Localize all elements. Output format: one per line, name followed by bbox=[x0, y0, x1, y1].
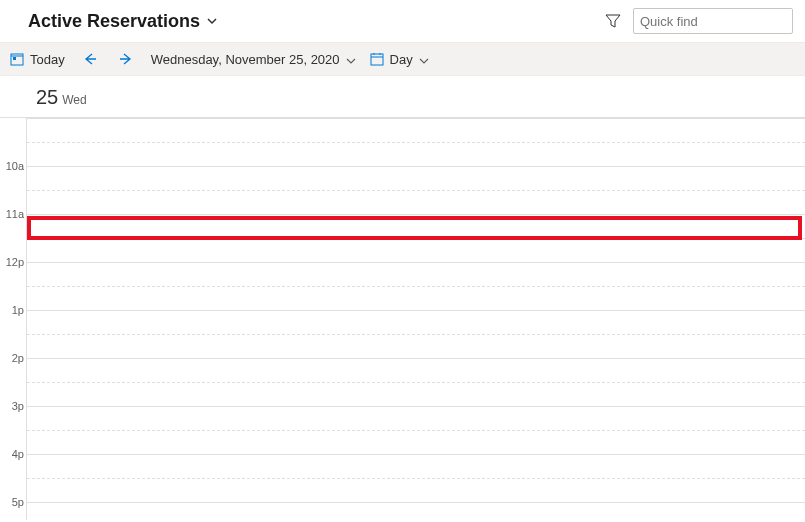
filter-icon[interactable] bbox=[605, 13, 621, 29]
hour-cell[interactable] bbox=[26, 262, 805, 310]
day-number: 25 bbox=[36, 86, 58, 109]
next-arrow-icon[interactable] bbox=[119, 52, 133, 66]
view-selector[interactable]: Active Reservations bbox=[28, 11, 218, 32]
today-button[interactable]: Today bbox=[10, 52, 65, 67]
page-title: Active Reservations bbox=[28, 11, 200, 32]
hour-label: 10a bbox=[0, 161, 26, 209]
calendar-today-icon bbox=[10, 52, 24, 66]
date-label: Wednesday, November 25, 2020 bbox=[151, 52, 340, 67]
calendar-icon bbox=[370, 52, 384, 66]
hour-row[interactable]: 4p bbox=[0, 454, 805, 502]
chevron-down-icon bbox=[206, 15, 218, 27]
hour-cell[interactable] bbox=[26, 118, 805, 166]
svg-rect-3 bbox=[13, 57, 16, 60]
hour-label: 2p bbox=[0, 353, 26, 401]
hour-row[interactable] bbox=[0, 118, 805, 166]
day-name: Wed bbox=[62, 93, 86, 107]
hour-cell[interactable] bbox=[26, 502, 805, 520]
hour-label: 11a bbox=[0, 209, 26, 257]
hour-row[interactable]: 3p bbox=[0, 406, 805, 454]
day-header[interactable]: 25 Wed bbox=[0, 76, 805, 118]
toolbar: Today Wednesday, November 25, 2020 Day bbox=[0, 42, 805, 76]
hour-cell[interactable] bbox=[26, 454, 805, 502]
hour-row[interactable]: 1p bbox=[0, 310, 805, 358]
hour-cell[interactable] bbox=[26, 406, 805, 454]
time-slot-highlight[interactable] bbox=[27, 216, 802, 240]
time-grid[interactable]: 10a11a12p1p2p3p4p5p bbox=[0, 118, 805, 520]
hour-row[interactable]: 10a bbox=[0, 166, 805, 214]
hour-cell[interactable] bbox=[26, 310, 805, 358]
search-box[interactable] bbox=[633, 8, 793, 34]
hour-label: 5p bbox=[0, 497, 26, 520]
hour-cell[interactable] bbox=[26, 358, 805, 406]
search-input[interactable] bbox=[640, 14, 805, 29]
view-mode-label: Day bbox=[390, 52, 413, 67]
hour-label: 12p bbox=[0, 257, 26, 305]
view-mode-picker[interactable]: Day bbox=[370, 52, 429, 67]
hour-label: 3p bbox=[0, 401, 26, 449]
hour-label: 1p bbox=[0, 305, 26, 353]
today-label: Today bbox=[30, 52, 65, 67]
hour-label: 4p bbox=[0, 449, 26, 497]
prev-arrow-icon[interactable] bbox=[83, 52, 97, 66]
hour-cell[interactable] bbox=[26, 166, 805, 214]
chevron-down-icon bbox=[419, 54, 429, 64]
hour-row[interactable]: 5p bbox=[0, 502, 805, 520]
hour-label bbox=[0, 118, 26, 161]
chevron-down-icon bbox=[346, 54, 356, 64]
hour-row[interactable]: 2p bbox=[0, 358, 805, 406]
hour-row[interactable]: 12p bbox=[0, 262, 805, 310]
header-right bbox=[605, 8, 793, 34]
svg-rect-5 bbox=[371, 54, 383, 65]
date-picker[interactable]: Wednesday, November 25, 2020 bbox=[151, 52, 356, 67]
header-bar: Active Reservations bbox=[0, 0, 805, 42]
calendar: 25 Wed 10a11a12p1p2p3p4p5p bbox=[0, 76, 805, 520]
